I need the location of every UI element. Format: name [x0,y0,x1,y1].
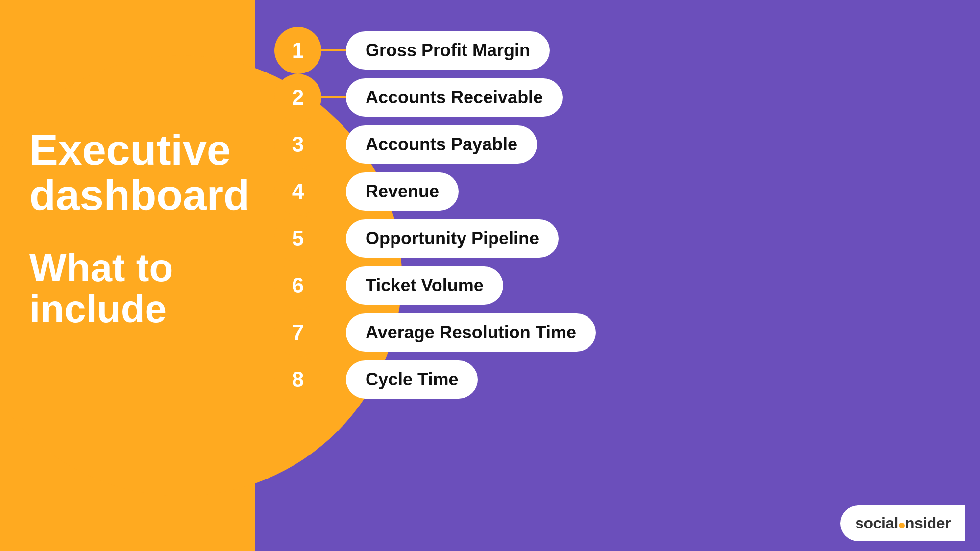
pill-4: Revenue [346,172,459,211]
pill-2: Accounts Receivable [346,78,563,117]
logo-text: socialnsider [855,514,951,532]
list-item-8: 8Cycle Time [274,356,596,403]
list-item-5: 5Opportunity Pipeline [274,215,596,262]
connector-4 [321,191,346,192]
circle-7: 7 [274,309,321,356]
title-line1: Executive [29,125,231,174]
pill-6: Ticket Volume [346,266,503,305]
pill-3: Accounts Payable [346,125,537,164]
pill-1: Gross Profit Margin [346,31,550,70]
circle-8: 8 [274,356,321,403]
circle-3: 3 [274,121,321,168]
logo-section: socialnsider [840,505,965,541]
title-section: Executive dashboard What to include [29,127,250,330]
main-title: Executive dashboard [29,127,250,218]
subtitle-line1: What to [29,246,173,289]
logo-background: socialnsider [840,505,965,541]
list-item-6: 6Ticket Volume [274,262,596,309]
connector-8 [321,379,346,381]
pill-5: Opportunity Pipeline [346,219,559,258]
subtitle: What to include [29,247,250,330]
connector-3 [321,144,346,145]
circle-5: 5 [274,215,321,262]
connector-6 [321,285,346,287]
subtitle-line2: include [29,287,167,331]
list-item-2: 2Accounts Receivable [274,74,596,121]
connector-5 [321,238,346,240]
circle-1: 1 [274,27,321,74]
list-item-7: 7Average Resolution Time [274,309,596,356]
logo-dot [899,523,905,528]
circle-4: 4 [274,168,321,215]
title-line2: dashboard [29,170,250,219]
list-item-3: 3Accounts Payable [274,121,596,168]
connector-7 [321,332,346,334]
connector-1 [321,49,346,51]
circle-2: 2 [274,74,321,121]
list-item-1: 1Gross Profit Margin [274,27,596,74]
pill-8: Cycle Time [346,360,478,399]
numbered-list: 1Gross Profit Margin2Accounts Receivable… [274,27,596,403]
list-item-4: 4Revenue [274,168,596,215]
pill-7: Average Resolution Time [346,313,596,352]
connector-2 [321,96,346,98]
circle-6: 6 [274,262,321,309]
